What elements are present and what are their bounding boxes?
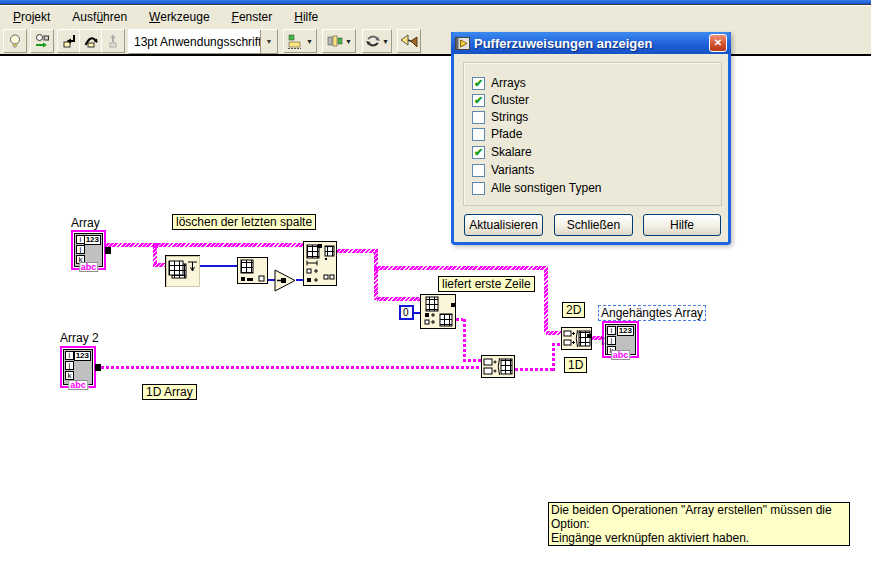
wire-1d-buildarray1-out[interactable] (515, 368, 555, 371)
wire-2d-branch-down[interactable] (153, 245, 157, 265)
string-type-badge: abc (79, 262, 99, 272)
chevron-down-icon: ▼ (266, 38, 273, 45)
toolbar: 13pt Anwendungsschriftart ▼ ▼ ▼ ▼ (0, 27, 871, 56)
wire-1d-array2[interactable] (96, 366, 482, 369)
wire-2d-to-right[interactable] (377, 266, 548, 270)
close-button[interactable]: Schließen (554, 214, 633, 236)
array-terminal-label[interactable]: Array (71, 216, 100, 230)
appended-array-terminal[interactable]: ▷ i j k 123 abc (602, 321, 639, 358)
first-row-label[interactable]: liefert erste Zeile (438, 276, 535, 292)
checkbox-box[interactable] (472, 182, 485, 195)
check-icon: ✔ (474, 95, 483, 106)
dialog-title-bar[interactable]: Pufferzuweisungen anzeigen ✕ (451, 32, 731, 54)
checkbox-strings[interactable]: Strings (472, 110, 528, 124)
build-array-node-2[interactable] (561, 327, 592, 350)
dialog-close-button[interactable]: ✕ (709, 34, 727, 52)
wire-2d-delete-out[interactable] (337, 249, 378, 253)
checkbox-arrays[interactable]: ✔ Arrays (472, 76, 526, 90)
delete-last-column-label[interactable]: löschen der letzten spalte (172, 214, 316, 230)
wire-scalar-size[interactable] (200, 265, 238, 267)
output-nub (105, 247, 111, 254)
numeric-type-badge: 123 (74, 351, 91, 361)
menu-fenster[interactable]: Fenster (232, 10, 273, 24)
wire-2d-into-buildarray2[interactable] (546, 331, 562, 335)
check-icon: ✔ (474, 147, 483, 158)
wire-2d-down-right[interactable] (544, 269, 548, 333)
reorder-objects-button[interactable]: ▼ (362, 29, 392, 53)
checkbox-box[interactable] (472, 128, 485, 141)
step-into-button[interactable] (57, 29, 81, 53)
checkbox-box[interactable] (472, 164, 485, 177)
menu-hilfe[interactable]: Hilfe (294, 10, 318, 24)
array-size-node[interactable] (165, 255, 200, 287)
index-cell: i (607, 326, 616, 335)
one-d-array-label[interactable]: 1D Array (142, 384, 197, 400)
block-diagram-canvas[interactable]: Array löschen der letzten spalte liefert… (0, 56, 871, 587)
decrement-node[interactable] (274, 269, 297, 292)
step-out-icon (105, 33, 121, 49)
wire-2d-down[interactable] (374, 251, 378, 300)
checkbox-variants[interactable]: Variants (472, 163, 534, 177)
font-selector-value: 13pt Anwendungsschriftart (129, 35, 260, 49)
step-over-button[interactable] (79, 29, 103, 53)
dialog-title: Pufferzuweisungen anzeigen (474, 36, 709, 51)
buffer-allocations-dialog: Pufferzuweisungen anzeigen ✕ ✔ Arrays ✔ … (451, 32, 731, 245)
check-icon: ✔ (474, 78, 483, 89)
delete-from-array-node[interactable] (303, 241, 337, 286)
one-d-wire-label[interactable]: 1D (564, 357, 587, 373)
checkbox-box[interactable]: ✔ (472, 146, 485, 159)
wire-1d-down[interactable] (463, 318, 466, 362)
wire-junction-dot (153, 243, 158, 248)
retain-wire-values-button[interactable] (30, 29, 54, 53)
menu-ausfuehren[interactable]: Ausführen (72, 10, 127, 24)
distribute-objects-icon (326, 33, 344, 49)
chevron-down-icon: ▼ (382, 38, 389, 45)
wire-2d-into-indexarray[interactable] (377, 297, 421, 301)
cleanup-diagram-button[interactable] (397, 29, 421, 53)
font-selector[interactable]: 13pt Anwendungsschriftart ▼ (128, 29, 278, 54)
checkbox-box[interactable]: ✔ (472, 94, 485, 107)
zero-constant[interactable]: 0 (399, 305, 414, 320)
menu-projekt[interactable]: Projekt (13, 10, 50, 24)
comment-line: Eingänge verknüpfen aktiviert haben. (551, 531, 847, 545)
menu-bar: Projekt Ausführen Werkzeuge Fenster Hilf… (0, 6, 871, 27)
wire-1d-into-buildarray1[interactable] (463, 359, 482, 362)
string-type-badge: abc (68, 380, 88, 390)
wire-1d-up[interactable] (552, 345, 555, 371)
comment-line: Die beiden Operationen "Array erstellen"… (551, 503, 847, 531)
index-cell: j (76, 245, 85, 254)
broom-icon (400, 33, 418, 50)
checkbox-pfade[interactable]: Pfade (472, 127, 522, 141)
chevron-down-icon: ▼ (306, 38, 313, 45)
help-button[interactable]: Hilfe (643, 214, 721, 236)
checkbox-box[interactable]: ✔ (472, 77, 485, 90)
index-cell: i (65, 351, 74, 360)
align-objects-icon (287, 33, 305, 49)
two-d-wire-label[interactable]: 2D (562, 302, 585, 318)
index-cell: j (607, 336, 616, 345)
highlight-execution-button[interactable] (3, 29, 27, 53)
font-selector-dropdown[interactable]: ▼ (260, 30, 277, 53)
distribute-objects-button[interactable]: ▼ (322, 29, 356, 53)
output-nub (95, 364, 101, 371)
array2-terminal[interactable]: i j k 123 abc (60, 346, 96, 388)
appended-array-label[interactable]: Angehängtes Array (598, 305, 706, 321)
update-button[interactable]: Aktualisieren (464, 214, 543, 236)
checkbox-alle-sonstigen-typen[interactable]: Alle sonstigen Typen (472, 181, 602, 195)
checkbox-cluster[interactable]: ✔ Cluster (472, 93, 529, 107)
title-bar-strip (0, 0, 871, 5)
string-type-badge: abc (611, 350, 631, 360)
diagram-comment[interactable]: Die beiden Operationen "Array erstellen"… (548, 502, 850, 546)
checkbox-skalare[interactable]: ✔ Skalare (472, 145, 532, 159)
index-cell: k (65, 371, 74, 380)
index-array-node-2[interactable] (420, 294, 456, 329)
checkbox-box[interactable] (472, 111, 485, 124)
wire-2d-array-main[interactable] (106, 243, 303, 247)
build-array-node-1[interactable] (481, 355, 515, 378)
menu-werkzeuge[interactable]: Werkzeuge (149, 10, 209, 24)
array-terminal[interactable]: i j k 123 abc (71, 230, 106, 270)
index-array-node-1[interactable] (237, 257, 268, 284)
array2-terminal-label[interactable]: Array 2 (60, 331, 99, 345)
align-objects-button[interactable]: ▼ (283, 29, 317, 53)
chevron-down-icon: ▼ (345, 38, 352, 45)
